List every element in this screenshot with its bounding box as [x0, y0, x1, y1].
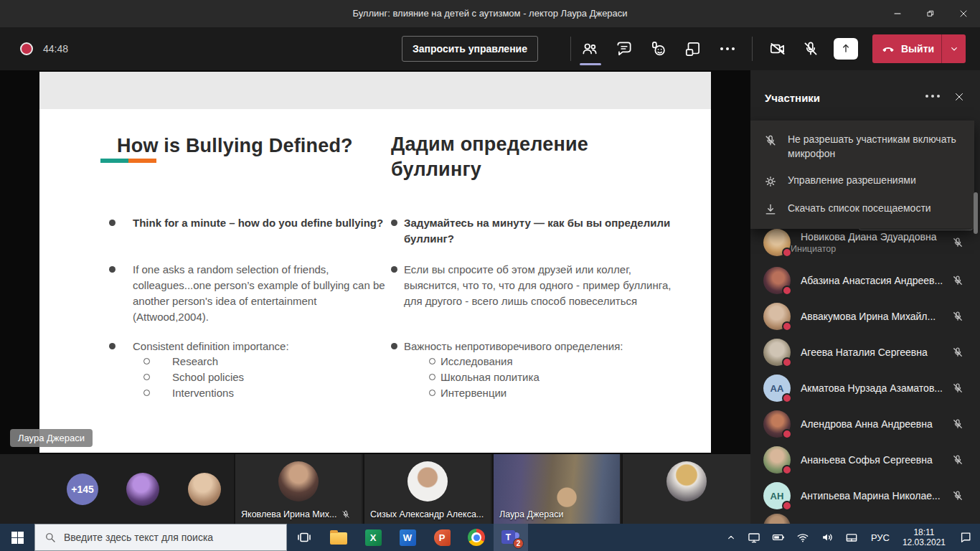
clock-date: 12.03.2021 — [903, 537, 946, 547]
share-arrow-icon — [839, 42, 853, 56]
excel-icon: X — [365, 529, 382, 546]
window-titlebar: Буллинг: влияние на детей с аутизмом - л… — [0, 0, 980, 27]
tray-volume-button[interactable] — [815, 524, 839, 551]
share-screen-button[interactable] — [834, 38, 858, 60]
ellipsis-icon — [720, 47, 735, 50]
touch-keyboard-icon — [844, 530, 859, 545]
participant-row[interactable]: АА Акматова Нурзада Азаматов... — [750, 370, 980, 406]
mic-off-icon[interactable] — [951, 236, 964, 249]
participants-toggle-button[interactable] — [574, 34, 606, 63]
overflow-participants-badge[interactable]: +145 — [67, 474, 98, 505]
video-tile[interactable]: Яковлева Ирина Мих... — [234, 454, 362, 524]
wifi-icon — [796, 530, 810, 545]
mic-off-icon[interactable] — [951, 310, 964, 323]
participant-row[interactable]: Алендрова Анна Андреевна — [750, 406, 980, 442]
system-tray: РУС 18:11 12.03.2021 — [720, 524, 980, 551]
toolbar-divider — [752, 37, 753, 61]
avatar — [763, 229, 791, 256]
presenter-name-badge: Лаура Джераси — [10, 429, 93, 447]
slide-bullet: Если вы спросите об этом друзей или колл… — [391, 262, 678, 309]
slide-bullet: Consistent definition importance: — [109, 339, 385, 354]
slide-sub-bullet: Research — [143, 354, 218, 369]
close-button[interactable] — [947, 0, 980, 27]
taskbar-clock[interactable]: 18:11 12.03.2021 — [897, 527, 951, 547]
powerpoint-button[interactable]: P — [425, 524, 459, 551]
menu-item-manage-permissions[interactable]: Управление разрешениями — [750, 167, 974, 195]
mic-off-icon[interactable] — [951, 382, 964, 395]
chrome-icon — [468, 529, 485, 546]
panel-scrollbar-thumb[interactable] — [974, 192, 978, 234]
avatar — [407, 461, 448, 501]
slide-bullet: If one asks a random selection of friend… — [109, 262, 385, 325]
action-center-button[interactable] — [951, 530, 980, 545]
mic-off-icon[interactable] — [951, 274, 964, 287]
toolbar-divider — [570, 37, 571, 61]
participant-row[interactable]: АН Антипьева Марина Николае... — [750, 478, 980, 514]
avatar — [126, 473, 159, 506]
mic-off-icon[interactable] — [951, 489, 964, 502]
teams-button-active[interactable]: T 2 — [494, 524, 528, 551]
video-filmstrip: +145 Яковлева Ирина Мих... Сизых Алексан… — [0, 454, 750, 524]
tray-display-button[interactable] — [742, 524, 766, 551]
participant-row[interactable]: Ананьева Софья Сергеевна — [750, 442, 980, 478]
powerpoint-icon: P — [434, 529, 451, 546]
camera-off-button[interactable] — [763, 34, 792, 63]
file-explorer-button[interactable] — [321, 524, 356, 551]
menu-item-hard-mute[interactable]: Не разрешать участникам включать микрофо… — [750, 126, 974, 167]
avatar-initials: АН — [763, 482, 791, 509]
participant-partial-avatar — [763, 514, 791, 524]
slide-sub-bullet: Исследования — [429, 354, 513, 369]
windows-taskbar: Введите здесь текст для поиска X W P T 2… — [0, 524, 980, 551]
mic-off-icon[interactable] — [951, 418, 964, 430]
tray-touch-keyboard-button[interactable] — [839, 524, 864, 551]
slide-bullet: Think for a minute – how do you define b… — [109, 215, 385, 231]
language-indicator[interactable]: РУС — [864, 532, 897, 543]
slide-sub-bullet: Interventions — [143, 385, 234, 401]
leave-button[interactable]: Выйти — [872, 34, 966, 63]
chevron-down-icon — [948, 43, 960, 55]
word-icon: W — [400, 529, 416, 546]
clock-time: 18:11 — [903, 527, 946, 537]
presence-busy-dot — [782, 321, 792, 331]
participant-row[interactable]: Агеева Наталия Сергеевна — [750, 334, 980, 370]
avatar — [763, 410, 791, 438]
panel-more-button[interactable] — [925, 95, 940, 98]
excel-button[interactable]: X — [356, 524, 390, 551]
participant-row[interactable]: Аввакумова Ирина Михайл... — [750, 298, 980, 334]
slide-title-en: How is Bullying Defined? — [117, 135, 353, 157]
panel-close-button[interactable] — [953, 90, 966, 103]
window-title: Буллинг: влияние на детей с аутизмом - л… — [0, 0, 980, 27]
slide-title-ru: Дадим определение буллингу — [391, 132, 628, 182]
taskbar-search-input[interactable]: Введите здесь текст для поиска — [34, 524, 287, 551]
slide-sub-bullet: Интервенции — [429, 385, 507, 401]
reactions-button[interactable] — [643, 34, 674, 63]
chat-button[interactable] — [608, 34, 640, 63]
more-actions-button[interactable] — [712, 34, 743, 63]
start-button[interactable] — [0, 524, 34, 551]
minimize-button[interactable] — [881, 0, 914, 27]
menu-item-download-attendance[interactable]: Скачать список посещаемости — [750, 195, 974, 223]
video-tile[interactable]: Сизых Александр Алекса... — [363, 454, 491, 524]
avatar — [763, 303, 791, 330]
folder-icon — [330, 532, 347, 545]
avatar — [763, 446, 791, 474]
tray-battery-button[interactable] — [766, 524, 791, 551]
mic-off-icon[interactable] — [951, 453, 964, 466]
slide-bullet: Задумайтесь на минуту — как бы вы опреде… — [391, 215, 678, 247]
tray-expand-button[interactable] — [720, 524, 742, 551]
participant-row[interactable]: Абазина Анастасия Андреев... — [750, 263, 980, 298]
breakout-rooms-button[interactable] — [677, 34, 709, 63]
restore-button[interactable] — [914, 0, 947, 27]
request-control-button[interactable]: Запросить управление — [402, 36, 538, 62]
leave-options-button[interactable] — [942, 34, 966, 63]
chrome-button[interactable] — [459, 524, 494, 551]
mic-off-button[interactable] — [796, 34, 825, 63]
mic-off-icon[interactable] — [951, 346, 964, 359]
word-button[interactable]: W — [390, 524, 425, 551]
video-tile-speaker[interactable]: Лаура Джераси — [492, 454, 620, 524]
task-view-button[interactable] — [287, 524, 321, 551]
panel-title: Участники — [765, 92, 820, 104]
slide-bullet: Важность непротиворечивого определения: — [391, 339, 678, 354]
video-tile[interactable] — [621, 454, 750, 524]
tray-wifi-button[interactable] — [791, 524, 815, 551]
